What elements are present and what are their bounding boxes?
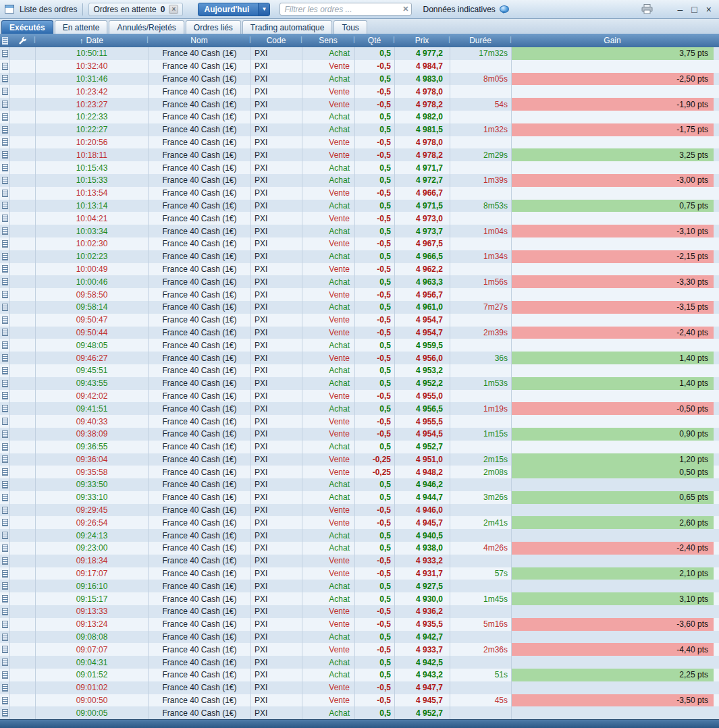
order-row[interactable]: 09:33:50France 40 Cash (1€)PXIAchat0,54 … [0,478,719,491]
order-details-icon[interactable] [0,377,9,390]
order-details-icon[interactable] [0,250,9,263]
order-row[interactable]: 10:22:33France 40 Cash (1€)PXIAchat0,54 … [0,111,719,123]
order-details-icon[interactable] [0,415,9,428]
order-details-icon[interactable] [0,123,9,136]
order-row[interactable]: 10:23:27France 40 Cash (1€)PXIVente-0,54… [0,98,719,111]
order-details-icon[interactable] [0,275,9,288]
order-row[interactable]: 10:02:23France 40 Cash (1€)PXIAchat0,54 … [0,250,719,263]
tab-en-attente[interactable]: En attente [55,20,108,34]
order-row[interactable]: 09:01:02France 40 Cash (1€)PXIVente-0,54… [0,681,719,694]
order-row[interactable]: 09:43:55France 40 Cash (1€)PXIAchat0,54 … [0,377,719,390]
order-details-icon[interactable] [0,301,9,314]
order-row[interactable]: 09:42:02France 40 Cash (1€)PXIVente-0,54… [0,390,719,403]
tab-trading-automatique[interactable]: Trading automatique [242,20,333,34]
order-row[interactable]: 09:04:31France 40 Cash (1€)PXIAchat0,54 … [0,656,719,669]
tab-executes[interactable]: Exécutés [1,20,53,34]
order-details-icon[interactable] [0,529,9,542]
col-header-qte[interactable]: Qté [354,34,394,47]
order-details-icon[interactable] [0,47,9,60]
pending-orders-chip[interactable]: Ordres en attente 0 × [88,3,183,16]
order-row[interactable]: 10:22:27France 40 Cash (1€)PXIAchat0,54 … [0,123,719,136]
order-details-icon[interactable] [0,263,9,276]
col-header-gain[interactable]: Gain [511,34,714,47]
order-row[interactable]: 10:00:49France 40 Cash (1€)PXIVente-0,54… [0,263,719,276]
order-row[interactable]: 10:00:46France 40 Cash (1€)PXIAchat0,54 … [0,275,719,288]
column-settings-button[interactable] [9,34,35,47]
order-row[interactable]: 10:50:11France 40 Cash (1€)PXIAchat0,54 … [0,47,719,60]
filter-input[interactable] [279,3,412,16]
order-row[interactable]: 09:36:55France 40 Cash (1€)PXIAchat0,54 … [0,441,719,453]
col-header-nom[interactable]: Nom [148,34,250,47]
order-details-icon[interactable] [0,542,9,555]
order-row[interactable]: 09:58:14France 40 Cash (1€)PXIAchat0,54 … [0,301,719,314]
order-details-icon[interactable] [0,706,9,719]
order-details-icon[interactable] [0,390,9,403]
order-row[interactable]: 09:13:33France 40 Cash (1€)PXIVente-0,54… [0,605,719,618]
order-row[interactable]: 09:07:07France 40 Cash (1€)PXIVente-0,54… [0,643,719,656]
order-details-icon[interactable] [0,60,9,73]
order-row[interactable]: 09:46:27France 40 Cash (1€)PXIVente-0,54… [0,352,719,364]
order-row[interactable]: 09:40:33France 40 Cash (1€)PXIVente-0,54… [0,415,719,428]
order-details-icon[interactable] [0,314,9,327]
order-row[interactable]: 09:08:08France 40 Cash (1€)PXIAchat0,54 … [0,631,719,644]
print-button[interactable] [641,4,653,14]
order-details-icon[interactable] [0,111,9,123]
order-row[interactable]: 10:15:33France 40 Cash (1€)PXIAchat0,54 … [0,174,719,187]
order-details-icon[interactable] [0,237,9,250]
order-row[interactable]: 09:50:44France 40 Cash (1€)PXIVente-0,54… [0,327,719,339]
order-row[interactable]: 09:35:58France 40 Cash (1€)PXIVente-0,25… [0,466,719,478]
order-row[interactable]: 09:58:50France 40 Cash (1€)PXIVente-0,54… [0,288,719,301]
order-details-icon[interactable] [0,148,9,161]
order-details-icon[interactable] [0,364,9,377]
row-details-header-icon[interactable] [0,34,9,47]
tab-annules-rejetes[interactable]: Annulés/Rejetés [109,20,184,34]
order-row[interactable]: 10:13:54France 40 Cash (1€)PXIVente-0,54… [0,187,719,200]
order-row[interactable]: 09:29:45France 40 Cash (1€)PXIVente-0,54… [0,504,719,517]
order-details-icon[interactable] [0,592,9,605]
order-row[interactable]: 10:18:11France 40 Cash (1€)PXIVente-0,54… [0,148,719,161]
order-details-icon[interactable] [0,555,9,567]
order-row[interactable]: 10:13:14France 40 Cash (1€)PXIAchat0,54 … [0,200,719,213]
chevron-down-icon[interactable]: ▼ [258,3,269,16]
col-header-duree[interactable]: Durée [450,34,511,47]
order-details-icon[interactable] [0,681,9,694]
order-details-icon[interactable] [0,174,9,187]
order-row[interactable]: 09:36:04France 40 Cash (1€)PXIVente-0,25… [0,453,719,466]
order-row[interactable]: 10:02:30France 40 Cash (1€)PXIVente-0,54… [0,237,719,250]
order-row[interactable]: 10:31:46France 40 Cash (1€)PXIAchat0,54 … [0,73,719,86]
order-row[interactable]: 09:01:52France 40 Cash (1€)PXIAchat0,54 … [0,669,719,681]
maximize-button[interactable]: □ [691,5,697,14]
order-details-icon[interactable] [0,136,9,149]
minimize-button[interactable]: – [678,5,683,14]
order-details-icon[interactable] [0,656,9,669]
clear-filter-icon[interactable]: ✕ [402,5,408,13]
order-details-icon[interactable] [0,212,9,225]
tab-tous[interactable]: Tous [334,20,367,34]
order-details-icon[interactable] [0,187,9,200]
order-row[interactable]: 10:23:42France 40 Cash (1€)PXIVente-0,54… [0,85,719,98]
order-details-icon[interactable] [0,631,9,644]
order-details-icon[interactable] [0,200,9,213]
order-details-icon[interactable] [0,352,9,364]
close-pending-icon[interactable]: × [169,5,178,14]
order-row[interactable]: 09:48:05France 40 Cash (1€)PXIAchat0,54 … [0,339,719,352]
order-row[interactable]: 10:32:40France 40 Cash (1€)PXIVente-0,54… [0,60,719,73]
order-row[interactable]: 09:13:24France 40 Cash (1€)PXIVente-0,54… [0,618,719,631]
order-details-icon[interactable] [0,339,9,352]
order-details-icon[interactable] [0,669,9,681]
order-row[interactable]: 09:23:00France 40 Cash (1€)PXIAchat0,54 … [0,542,719,555]
order-details-icon[interactable] [0,466,9,478]
order-details-icon[interactable] [0,694,9,707]
order-details-icon[interactable] [0,643,9,656]
order-row[interactable]: 09:33:10France 40 Cash (1€)PXIAchat0,54 … [0,491,719,504]
order-row[interactable]: 09:00:50France 40 Cash (1€)PXIVente-0,54… [0,694,719,707]
order-row[interactable]: 10:03:34France 40 Cash (1€)PXIAchat0,54 … [0,225,719,237]
order-details-icon[interactable] [0,453,9,466]
order-details-icon[interactable] [0,478,9,491]
col-header-prix[interactable]: Prix [394,34,450,47]
order-details-icon[interactable] [0,85,9,98]
order-row[interactable]: 09:38:09France 40 Cash (1€)PXIVente-0,54… [0,428,719,441]
order-details-icon[interactable] [0,98,9,111]
order-details-icon[interactable] [0,441,9,453]
order-details-icon[interactable] [0,618,9,631]
